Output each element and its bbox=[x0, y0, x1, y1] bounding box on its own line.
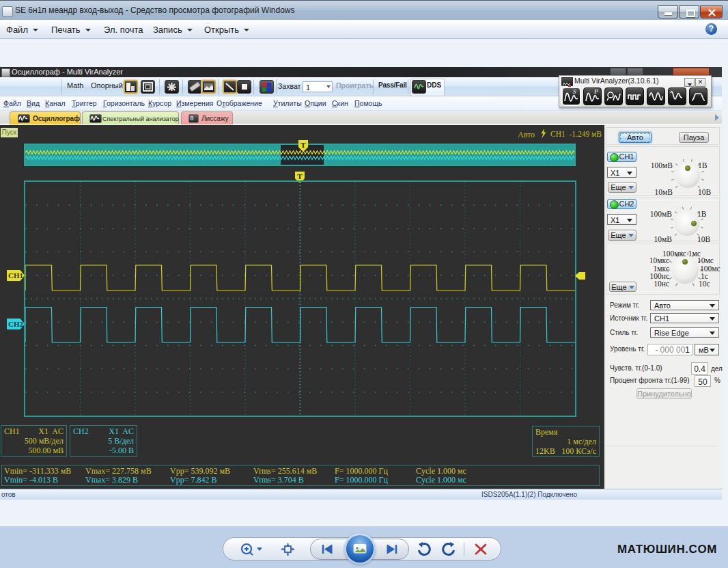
svg-text:P: P bbox=[593, 88, 598, 95]
svg-text:S: S bbox=[573, 88, 576, 95]
svg-text:8: 8 bbox=[191, 115, 194, 121]
